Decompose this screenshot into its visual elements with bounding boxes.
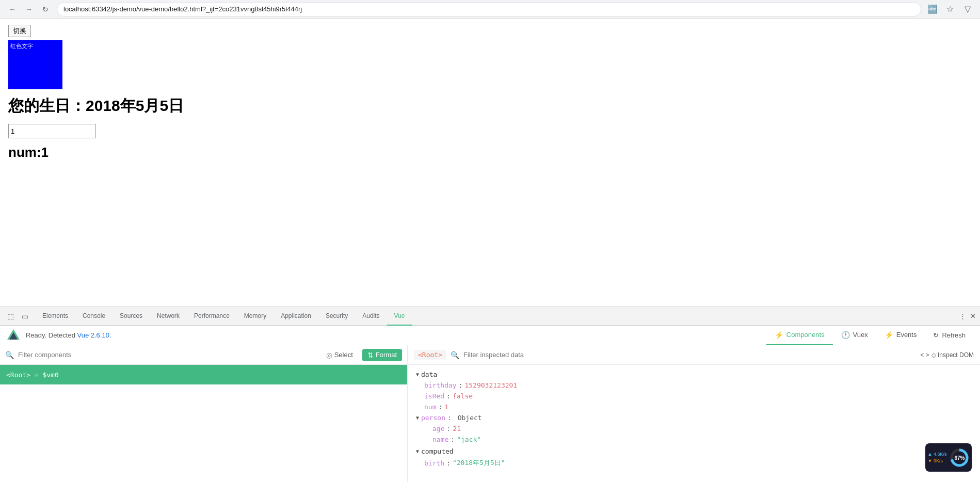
devtools-tab-bar: ⬚ ▭ Elements Console Sources Network Per…: [0, 307, 980, 326]
inspect-dom-label: ◇ Inspect DOM: [931, 351, 974, 359]
browser-icons: 🔤 ☆ ▽: [925, 2, 975, 17]
tab-console[interactable]: Console: [75, 307, 113, 326]
computed-key: computed: [421, 447, 454, 455]
format-button[interactable]: ⇅ Format: [362, 349, 402, 361]
refresh-button[interactable]: ↻ Refresh: [925, 326, 974, 345]
birthday-value: 1529032123201: [464, 381, 517, 389]
components-icon: ⚡: [775, 331, 783, 339]
bookmark-icon[interactable]: ☆: [943, 2, 957, 17]
computed-section-header[interactable]: ▼ computed: [408, 446, 980, 457]
extension-icon[interactable]: ▽: [960, 2, 975, 17]
component-filter-input[interactable]: [18, 351, 317, 359]
translate-icon[interactable]: 🔤: [925, 2, 940, 17]
vue-panel: Ready. Detected Vue 2.6.10. ⚡ Components…: [0, 326, 980, 482]
tab-audits[interactable]: Audits: [355, 307, 387, 326]
cpu-percent: 67%: [954, 455, 965, 460]
components-label: Components: [786, 331, 825, 339]
person-header[interactable]: ▼ person : Object: [408, 412, 980, 423]
number-input[interactable]: [8, 124, 96, 138]
person-key: person: [421, 414, 445, 422]
tab-components[interactable]: ⚡ Components: [766, 326, 833, 345]
tab-application[interactable]: Application: [274, 307, 318, 326]
devtools-icon-buttons: ⬚ ▭: [4, 310, 31, 323]
tab-memory[interactable]: Memory: [237, 307, 274, 326]
network-overlay: ▲ 4.6K/s ▼ 9K/s 67%: [925, 443, 972, 472]
back-button[interactable]: ←: [5, 2, 20, 17]
data-arrow-icon: ▼: [416, 372, 419, 377]
close-devtools-icon[interactable]: ✕: [970, 312, 976, 320]
birthday-key: birthday: [424, 381, 457, 389]
data-section: ▼ data birthday : 1529032123201 isRed : …: [408, 369, 980, 445]
age-value: 21: [453, 425, 461, 432]
num-display: num:1: [8, 144, 972, 160]
devtools-end-buttons: ⋮ ✕: [959, 312, 976, 320]
vue-component-panel: 🔍 ◎ Select ⇅ Format <Root> =: [0, 345, 408, 482]
birth-value: "2018年5月5日": [453, 458, 505, 468]
data-tree: ▼ data birthday : 1529032123201 isRed : …: [408, 365, 980, 482]
num-key: num: [424, 403, 436, 411]
format-icon: ⇅: [367, 351, 374, 359]
data-filter-input[interactable]: [463, 351, 916, 359]
format-label: Format: [376, 351, 397, 359]
component-tag: <Root>: [6, 371, 30, 379]
url-text: localhost:63342/js-demo/vue-demo/hello2.…: [63, 5, 302, 13]
select-icon: ◎: [326, 351, 332, 359]
blue-box: 红色文字: [8, 40, 62, 89]
events-icon: ⚡: [885, 331, 893, 339]
vue-main: 🔍 ◎ Select ⇅ Format <Root> =: [0, 345, 980, 482]
age-key: age: [432, 425, 444, 432]
tab-elements[interactable]: Elements: [35, 307, 75, 326]
isRed-key: isRed: [424, 392, 444, 400]
browser-bar: ← → ↻ localhost:63342/js-demo/vue-demo/h…: [0, 0, 980, 19]
component-list: <Root> = $vm0: [0, 365, 407, 482]
refresh-icon: ↻: [933, 331, 939, 339]
vue-logo: [6, 328, 21, 343]
person-type: Object: [458, 414, 482, 422]
nav-buttons: ← → ↻: [5, 2, 53, 17]
device-toolbar-icon[interactable]: ▭: [19, 310, 31, 323]
select-button[interactable]: ◎ Select: [321, 351, 358, 359]
inspect-element-icon[interactable]: ⬚: [4, 310, 17, 323]
data-toolbar: <Root> 🔍 < > ◇ Inspect DOM: [408, 345, 980, 365]
birthday-display: 您的生日：2018年5月5日: [8, 95, 972, 117]
component-filter-bar: 🔍 ◎ Select ⇅ Format: [0, 345, 407, 365]
num-property: num : 1: [408, 401, 980, 412]
age-property: age : 21: [408, 423, 980, 434]
vue-data-panel: <Root> 🔍 < > ◇ Inspect DOM ▼ data: [408, 345, 980, 482]
data-section-header[interactable]: ▼ data: [408, 369, 980, 380]
address-bar[interactable]: localhost:63342/js-demo/vue-demo/hello2.…: [57, 2, 921, 17]
component-equals: =: [30, 371, 42, 379]
tab-vue[interactable]: Vue: [387, 307, 412, 326]
vuex-icon: 🕐: [841, 331, 850, 339]
data-search-icon: 🔍: [451, 351, 459, 359]
data-key: data: [421, 371, 437, 378]
root-component-item[interactable]: <Root> = $vm0: [0, 365, 407, 384]
toggle-button[interactable]: 切换: [8, 25, 31, 37]
events-label: Events: [896, 331, 917, 339]
person-arrow-icon: ▼: [416, 415, 419, 421]
select-label: Select: [334, 351, 353, 359]
name-property: name : "jack": [408, 434, 980, 445]
download-speed: ▼ 9K/s: [928, 458, 947, 464]
name-value: "jack": [457, 436, 481, 443]
tab-performance[interactable]: Performance: [187, 307, 237, 326]
more-options-icon[interactable]: ⋮: [959, 312, 966, 320]
tab-network[interactable]: Network: [150, 307, 187, 326]
inspect-dom-button[interactable]: < > ◇ Inspect DOM: [920, 351, 974, 359]
tab-security[interactable]: Security: [318, 307, 355, 326]
num-value: 1: [444, 403, 448, 411]
computed-section: ▼ computed birth : "2018年5月5日": [408, 446, 980, 469]
reload-button[interactable]: ↻: [38, 2, 53, 17]
tab-sources[interactable]: Sources: [113, 307, 150, 326]
isRed-property: isRed : false: [408, 391, 980, 401]
tab-vuex[interactable]: 🕐 Vuex: [833, 326, 876, 345]
birthday-property: birthday : 1529032123201: [408, 380, 980, 391]
tab-events[interactable]: ⚡ Events: [876, 326, 925, 345]
root-tag-badge: <Root>: [414, 350, 446, 360]
refresh-label: Refresh: [942, 331, 966, 339]
birth-property: birth : "2018年5月5日": [408, 457, 980, 469]
forward-button[interactable]: →: [22, 2, 36, 17]
blue-box-text: 红色文字: [10, 42, 33, 50]
devtools-panel: ⬚ ▭ Elements Console Sources Network Per…: [0, 307, 980, 482]
component-var: $vm0: [42, 371, 58, 379]
